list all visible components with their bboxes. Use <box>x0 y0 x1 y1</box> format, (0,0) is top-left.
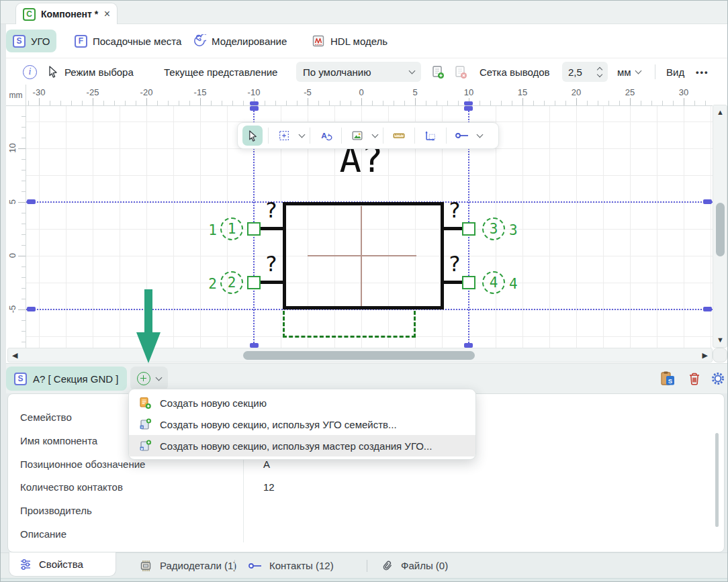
guide-handle[interactable] <box>250 343 259 348</box>
pin-name[interactable]: ? <box>265 197 277 223</box>
menu-item-new-section[interactable]: Создать новую секцию <box>129 392 475 414</box>
tab-footprints[interactable]: F Посадочные места <box>68 30 188 52</box>
scroll-up-icon[interactable]: ▲ <box>717 107 724 117</box>
menu-item-new-section-from-family-ugo[interactable]: a Создать новую секцию, используя УГО се… <box>129 414 475 435</box>
section-selector[interactable]: S A? [ Секция GND ] <box>6 367 127 391</box>
tab-ugo[interactable]: S УГО <box>6 30 56 52</box>
property-label: Количество контактов <box>20 481 123 493</box>
unit-select[interactable]: мм <box>617 58 641 85</box>
horizontal-ruler: -30 -25 -20 -15 -10 -5 0 5 10 15 20 25 3… <box>26 85 713 106</box>
scroll-right-icon[interactable]: ▶ <box>702 350 708 360</box>
pin-name[interactable]: ? <box>265 251 277 277</box>
info-button[interactable]: i <box>23 58 37 85</box>
ruler-tick: 30 <box>679 87 688 97</box>
new-representation-button[interactable] <box>430 58 445 85</box>
pin-name[interactable]: ? <box>448 197 461 223</box>
guide-anchor[interactable] <box>464 101 473 105</box>
tab-component[interactable]: C Компонент * × <box>15 3 118 25</box>
delete-section-button[interactable] <box>686 370 703 387</box>
vertical-scroll-thumb[interactable] <box>716 203 725 256</box>
tab-modeling[interactable]: Моделирование <box>186 30 293 52</box>
property-value[interactable]: A <box>263 458 304 470</box>
horizontal-scroll-thumb[interactable] <box>243 351 475 360</box>
chevron-down-icon[interactable] <box>477 132 484 138</box>
pin-number-bubble[interactable]: 2 <box>220 271 243 294</box>
ruler-tick: 10 <box>464 87 473 97</box>
tab-hdl[interactable]: HDL модель <box>305 30 394 52</box>
measure-tool-button[interactable] <box>389 126 409 146</box>
property-value[interactable] <box>263 505 304 516</box>
guide-handle[interactable] <box>27 199 36 204</box>
tab-footprints-label: Посадочные места <box>93 36 181 47</box>
image-tool-button[interactable] <box>347 126 367 146</box>
pin-terminal[interactable] <box>462 276 475 289</box>
chevron-down-icon[interactable] <box>299 132 306 138</box>
tab-properties[interactable]: Свойства <box>9 552 116 577</box>
properties-scroll-thumb[interactable] <box>715 433 719 527</box>
pin-terminal[interactable] <box>462 222 475 236</box>
property-value[interactable] <box>263 528 304 539</box>
pin-grid-label: Сетка выводов <box>480 58 550 85</box>
svg-text:a: a <box>141 426 143 429</box>
scroll-left-icon[interactable]: ◀ <box>12 350 17 360</box>
editor-toolbar: i Режим выбора Текущее представление По … <box>6 58 728 85</box>
plus-icon <box>137 372 150 385</box>
more-menu-button[interactable]: ••• <box>696 58 709 85</box>
pin-number: 3 <box>509 222 527 238</box>
pin-tool-button[interactable] <box>452 126 472 146</box>
property-value[interactable]: 12 <box>263 481 304 493</box>
add-section-button[interactable] <box>130 367 168 391</box>
guide-handle[interactable] <box>464 343 473 348</box>
guide-handle[interactable] <box>27 307 36 311</box>
text-tool-button[interactable]: A <box>316 126 336 146</box>
pin-line[interactable] <box>261 281 283 284</box>
section-ghost-outline <box>283 311 416 338</box>
representation-select[interactable]: По умолчанию <box>296 58 421 85</box>
pin-line[interactable] <box>261 227 283 230</box>
pin-terminal[interactable] <box>247 276 261 289</box>
paste-section-button[interactable]: S <box>659 370 676 387</box>
pin-line[interactable] <box>444 227 462 230</box>
guide-handle[interactable] <box>703 199 712 204</box>
unit-value: мм <box>617 66 631 78</box>
vertical-scrollbar[interactable]: ▲ ▼ <box>713 105 727 348</box>
horizontal-scrollbar[interactable]: ◀ ▶ <box>7 348 713 362</box>
pin-terminal[interactable] <box>247 222 261 236</box>
tab-files[interactable]: Файлы (0) <box>381 553 448 578</box>
toolbar-divider <box>655 58 655 85</box>
ruler-tick: -5 <box>7 299 17 320</box>
tab-contacts[interactable]: Контакты (12) <box>248 553 334 578</box>
property-label: Описание <box>20 528 66 540</box>
ruler-tick: 0 <box>359 87 363 97</box>
pin-grid-stepper[interactable]: 2,5 <box>562 58 608 85</box>
guide-anchor[interactable] <box>250 101 259 105</box>
spiral-icon <box>193 34 206 48</box>
pin-name[interactable]: ? <box>448 251 461 277</box>
origin-tool-button[interactable] <box>420 126 441 146</box>
symbol-canvas[interactable]: A? 1 1 ? 2 2 ? 3 3 ? 4 4 <box>26 106 713 348</box>
guide-handle[interactable] <box>703 307 712 311</box>
view-tabbar: S УГО F Посадочные места Моделирование <box>6 24 728 58</box>
svg-text:S: S <box>668 377 672 385</box>
guide-handle[interactable] <box>464 106 473 111</box>
pin-number-bubble[interactable]: 3 <box>482 217 505 240</box>
pin-line[interactable] <box>444 281 462 284</box>
pin-number-bubble[interactable]: 1 <box>220 217 243 240</box>
stepper-arrows-icon[interactable] <box>598 68 602 77</box>
select-tool-button[interactable] <box>242 126 263 146</box>
guide-handle[interactable] <box>250 106 259 111</box>
pad-shape-tool-button[interactable] <box>274 126 294 146</box>
close-icon[interactable]: × <box>104 9 110 19</box>
chevron-down-icon[interactable] <box>372 132 379 138</box>
view-menu-button[interactable]: Вид <box>666 58 684 85</box>
symbol-body-rect[interactable] <box>283 202 444 309</box>
tab-parts[interactable]: Радиодетали (1) <box>138 553 236 578</box>
property-label: Производитель <box>20 505 92 516</box>
menu-item-label: Создать новую секцию, используя мастер с… <box>160 440 432 452</box>
ruler-tick: 20 <box>572 87 581 97</box>
menu-item-new-section-wizard[interactable]: Создать новую секцию, используя мастер с… <box>129 435 475 456</box>
section-settings-button[interactable] <box>709 370 727 387</box>
scroll-down-icon[interactable]: ▼ <box>717 335 724 344</box>
pin-number-bubble[interactable]: 4 <box>482 271 505 294</box>
select-mode-button[interactable]: Режим выбора <box>46 58 134 85</box>
